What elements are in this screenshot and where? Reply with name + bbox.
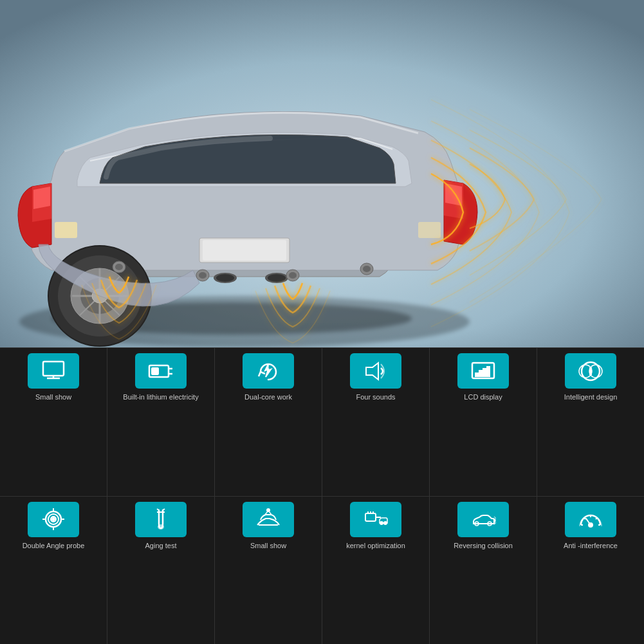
- svg-rect-11: [418, 222, 441, 238]
- plug-car-icon: [363, 507, 389, 531]
- svg-point-50: [52, 518, 55, 520]
- svg-marker-37: [366, 363, 378, 380]
- feature-four-sounds: Four sounds: [322, 348, 430, 496]
- icon-box-speaker: [350, 353, 401, 389]
- feature-small-show-2: Small show: [215, 497, 322, 645]
- feature-row-1: Small show Built-in lithium electricity: [0, 347, 644, 496]
- svg-line-57: [157, 509, 159, 510]
- chart-display-icon: [470, 359, 496, 383]
- svg-point-28: [363, 266, 371, 272]
- speedometer-icon: [578, 507, 603, 531]
- warning-circle-icon: !: [578, 359, 603, 383]
- feature-label-anti-interference: Anti -interference: [564, 541, 618, 550]
- feature-label-lcd-display: LCD display: [464, 392, 502, 401]
- sensor-ring-icon: [41, 507, 66, 531]
- feature-built-in-lithium: Built-in lithium electricity: [107, 348, 215, 496]
- feature-row-2: Double Angle probe Aging test: [0, 496, 644, 645]
- feature-double-angle-probe: Double Angle probe: [0, 497, 107, 645]
- icon-box-car-signal: [457, 502, 509, 537]
- feature-label-small-show-2: Small show: [250, 541, 286, 550]
- svg-point-5: [216, 274, 234, 282]
- svg-rect-41: [483, 369, 486, 376]
- svg-marker-36: [265, 364, 271, 377]
- feature-label-intelligent-design: Intelligent design: [564, 392, 618, 401]
- refresh-bolt-icon: [255, 359, 281, 383]
- svg-point-24: [199, 272, 207, 279]
- car-section: [0, 0, 644, 347]
- svg-rect-40: [479, 371, 482, 376]
- icon-box-monitor: [28, 353, 79, 389]
- icon-box-speedometer: [565, 502, 616, 537]
- svg-rect-42: [487, 367, 490, 376]
- svg-rect-61: [365, 513, 376, 521]
- feature-dual-core: Dual-core work: [215, 348, 322, 496]
- feature-label-dual-core: Dual-core work: [244, 392, 292, 401]
- monitor-icon: [41, 359, 66, 383]
- feature-anti-interference: Anti -interference: [537, 497, 644, 645]
- svg-line-74: [584, 518, 585, 519]
- icon-box-warning-circle: !: [565, 353, 616, 389]
- icon-box-cable-car: [243, 502, 294, 537]
- svg-line-58: [163, 509, 165, 510]
- cable-car-icon: [255, 507, 281, 531]
- car-signal-icon: [470, 507, 496, 531]
- svg-line-75: [596, 518, 597, 519]
- svg-rect-29: [43, 362, 64, 376]
- icon-box-battery: [135, 353, 187, 389]
- feature-label-battery: Built-in lithium electricity: [123, 392, 198, 401]
- svg-point-7: [268, 274, 286, 282]
- feature-reversing-collision: Reversing collision: [430, 497, 537, 645]
- feature-kernel-optimization: kernel optimization: [322, 497, 430, 645]
- feature-label-four-sounds: Four sounds: [356, 392, 395, 401]
- feature-lcd-display: LCD display: [430, 348, 537, 496]
- svg-rect-10: [55, 222, 77, 238]
- icon-box-test-tube: [135, 502, 187, 537]
- icon-box-plug-car: [350, 502, 401, 537]
- app: Small show Built-in lithium electricity: [0, 0, 644, 644]
- feature-label-small-show: Small show: [35, 392, 71, 401]
- test-tube-icon: [148, 507, 174, 531]
- speaker-icon: [363, 359, 389, 383]
- feature-label-aging-test: Aging test: [145, 541, 177, 550]
- feature-label-reversing-collision: Reversing collision: [454, 541, 513, 550]
- feature-aging-test: Aging test: [107, 497, 215, 645]
- svg-text:!: !: [589, 366, 593, 376]
- icon-box-sensor-ring: [28, 502, 79, 537]
- svg-rect-33: [152, 368, 158, 374]
- features-section: Small show Built-in lithium electricity: [0, 347, 644, 644]
- battery-icon: [148, 359, 174, 383]
- feature-label-kernel-optimization: kernel optimization: [346, 541, 405, 550]
- svg-point-59: [267, 509, 270, 511]
- feature-label-double-angle-probe: Double Angle probe: [23, 541, 85, 550]
- svg-rect-9: [203, 240, 286, 261]
- feature-small-show: Small show: [0, 348, 107, 496]
- svg-rect-39: [475, 373, 478, 376]
- icon-box-chart-display: [457, 353, 509, 389]
- feature-intelligent-design: ! Intelligent design: [537, 348, 644, 496]
- svg-point-56: [158, 525, 163, 529]
- svg-point-26: [289, 272, 297, 279]
- svg-point-22: [115, 264, 123, 270]
- icon-box-refresh-bolt: [243, 353, 294, 389]
